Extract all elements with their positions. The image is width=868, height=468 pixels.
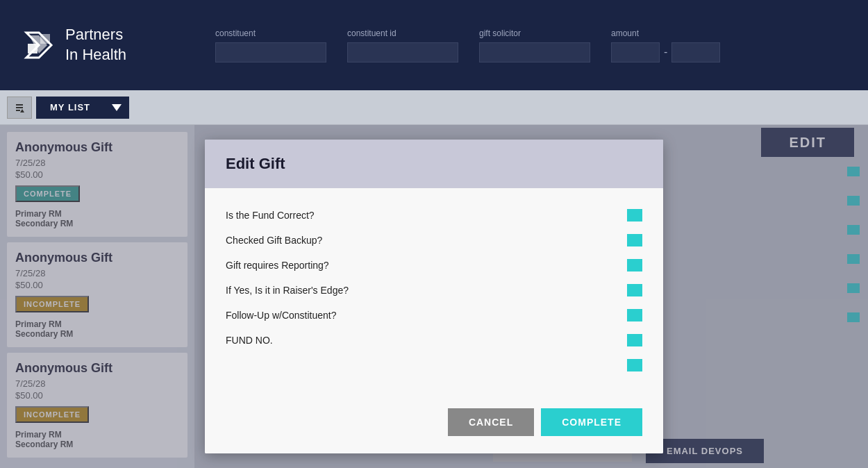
checkbox-backup[interactable] (627, 234, 642, 246)
modal-title: Edit Gift (226, 155, 285, 172)
question-reporting: Gift requires Reporting? (226, 260, 329, 271)
amount-field-group: amount - (611, 28, 720, 62)
checkbox-reporting[interactable] (627, 259, 642, 271)
constituent-field-group: constituent (215, 28, 326, 62)
amount-input-from[interactable] (611, 42, 660, 62)
checkbox-followup[interactable] (627, 309, 642, 321)
modal-row-backup: Checked Gift Backup? (226, 234, 642, 246)
modal-row-fund: Is the Fund Correct? (226, 209, 642, 222)
checkbox-fund[interactable] (627, 209, 642, 222)
checkbox-fund-no[interactable] (627, 334, 642, 346)
my-list-button[interactable]: MY LIST (36, 97, 104, 119)
modal-overlay: Edit Gift Is the Fund Correct? Checked G… (0, 125, 868, 468)
amount-label: amount (611, 28, 720, 38)
edit-gift-modal: Edit Gift Is the Fund Correct? Checked G… (205, 140, 663, 453)
modal-row-raisers-edge: If Yes, Is it in Raiser's Edge? (226, 284, 642, 296)
checkbox-extra[interactable] (627, 359, 642, 371)
amount-dash: - (664, 46, 667, 58)
header: Partners In Health constituent constitue… (0, 0, 868, 90)
checkbox-raisers-edge[interactable] (627, 284, 642, 296)
modal-row-fund-no: FUND NO. (226, 334, 642, 346)
question-fund: Is the Fund Correct? (226, 210, 315, 221)
header-fields: constituent constituent id gift solicito… (215, 28, 847, 62)
cancel-button[interactable]: CANCEL (448, 408, 534, 436)
modal-header: Edit Gift (205, 140, 663, 188)
logo-area: Partners In Health (21, 25, 160, 65)
svg-marker-9 (112, 104, 122, 111)
constituent-input[interactable] (215, 42, 326, 62)
svg-rect-3 (28, 44, 37, 53)
constituent-label: constituent (215, 28, 326, 38)
sort-button[interactable] (7, 97, 32, 119)
gift-solicitor-field-group: gift solicitor (479, 28, 590, 62)
modal-row-reporting: Gift requires Reporting? (226, 259, 642, 271)
constituent-id-input[interactable] (347, 42, 458, 62)
modal-footer: CANCEL COMPLETE (205, 398, 663, 453)
gift-solicitor-input[interactable] (479, 42, 590, 62)
sort-icon (13, 101, 26, 114)
modal-row-extra (226, 359, 642, 371)
amount-inputs: - (611, 42, 720, 62)
modal-body: Is the Fund Correct? Checked Gift Backup… (205, 188, 663, 398)
logo-text: Partners In Health (65, 25, 126, 65)
svg-marker-8 (20, 109, 24, 112)
modal-row-followup: Follow-Up w/Constituent? (226, 309, 642, 321)
question-backup: Checked Gift Backup? (226, 235, 322, 246)
question-raisers-edge: If Yes, Is it in Raiser's Edge? (226, 285, 349, 296)
complete-button[interactable]: COMPLETE (541, 408, 642, 436)
toolbar: MY LIST (0, 90, 868, 125)
constituent-id-field-group: constituent id (347, 28, 458, 62)
question-fund-no: FUND NO. (226, 335, 273, 346)
gift-solicitor-label: gift solicitor (479, 28, 590, 38)
constituent-id-label: constituent id (347, 28, 458, 38)
svg-rect-4 (40, 34, 50, 44)
question-followup: Follow-Up w/Constituent? (226, 310, 337, 321)
chevron-down-icon (112, 104, 122, 111)
main-content: EDIT Anonymous Gift 7/25/28 $50.00 COMPL… (0, 125, 868, 468)
amount-input-to[interactable] (671, 42, 720, 62)
logo-icon (21, 27, 57, 63)
dropdown-button[interactable] (104, 97, 129, 119)
